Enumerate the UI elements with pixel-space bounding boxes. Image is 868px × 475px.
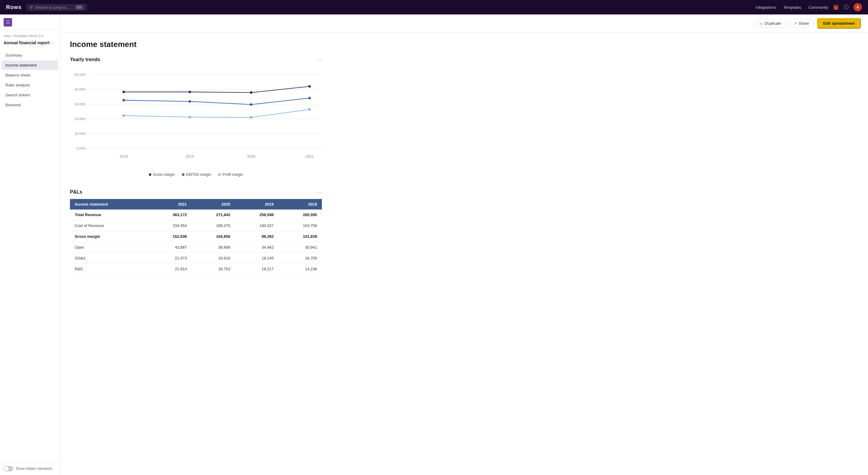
ebitda-margin-dot <box>182 173 184 176</box>
main-content: ▭ Duplicate ↗ Share Edit spreadsheet Inc… <box>60 14 868 475</box>
search-shortcut: ⌘k <box>75 5 84 10</box>
grid-icon[interactable]: ☷ <box>4 18 12 27</box>
sidebar: ☷ rows / Templates Rows 2.0 Annual finan… <box>0 14 60 475</box>
table-title: P&Ls <box>70 189 82 195</box>
gift-icon[interactable]: 🎁 <box>833 4 839 10</box>
sidebar-item-backend[interactable]: Backend <box>2 100 58 109</box>
search-placeholder: Search or jump to... <box>35 5 69 10</box>
navbar: Rows ⚲ Search or jump to... ⌘k Integrati… <box>0 0 868 14</box>
sidebar-item-ratio-analysis[interactable]: Ratio analysis <box>2 80 58 90</box>
navbar-links: Integrations Templates Community <box>755 5 828 10</box>
table-menu-button[interactable]: ⋯ <box>316 189 322 195</box>
svg-point-20 <box>122 99 125 101</box>
svg-text:0.00%: 0.00% <box>76 146 86 150</box>
svg-point-24 <box>122 114 125 117</box>
row-val-2020: 38,668 <box>192 242 235 253</box>
sidebar-title: Annual financial report <box>4 40 50 45</box>
app-logo[interactable]: Rows <box>6 4 22 10</box>
table-row: Opex 43,887 38,668 34,462 30,941 <box>70 242 322 253</box>
show-hidden-toggle[interactable] <box>4 466 13 471</box>
chart-section-header: Yearly trends ⋯ <box>70 56 322 63</box>
legend-ebitda-margin: EBITDA margin <box>182 172 211 177</box>
svg-point-25 <box>189 116 191 118</box>
svg-point-19 <box>308 85 311 88</box>
row-label: R&D <box>70 264 148 274</box>
edit-spreadsheet-button[interactable]: Edit spreadsheet <box>817 18 861 29</box>
chart-menu-button[interactable]: ⋯ <box>316 56 322 63</box>
row-val-2019: 98,392 <box>235 231 278 242</box>
chart-legend: Gross margin EBITDA margin Profit margin <box>70 172 322 177</box>
breadcrumb-sub[interactable]: Templates Rows 2.0 <box>13 34 43 38</box>
sidebar-item-income-statement[interactable]: Income statement <box>2 61 58 70</box>
yearly-trends-chart: 50.00% 40.00% 30.00% 20.00% 10.00% 0.00%… <box>70 67 322 169</box>
row-val-2021: 363,172 <box>148 209 192 220</box>
svg-point-23 <box>308 97 311 99</box>
gross-margin-label: Gross margin <box>153 172 175 177</box>
svg-point-17 <box>189 91 191 93</box>
sidebar-bottom: Show hidden elements <box>0 462 60 475</box>
breadcrumb-home[interactable]: rows <box>4 34 10 38</box>
svg-text:2021: 2021 <box>306 155 314 159</box>
row-val-2018: 163,756 <box>278 220 322 231</box>
row-val-2021: 43,887 <box>148 242 192 253</box>
row-val-2019: 180,027 <box>235 220 278 231</box>
row-label: Opex <box>70 242 148 253</box>
row-val-2021: 152,836 <box>148 231 192 242</box>
row-val-2020: 19,916 <box>192 253 235 264</box>
table-section: P&Ls ⋯ Income statement 2021 2020 2019 2… <box>70 189 322 274</box>
sidebar-item-search-tickers[interactable]: Search tickers <box>2 90 58 100</box>
breadcrumb: rows / Templates Rows 2.0 <box>0 30 60 39</box>
row-val-2018: 14,236 <box>278 264 322 274</box>
row-val-2021: 234,954 <box>148 220 192 231</box>
nav-integrations[interactable]: Integrations <box>755 5 776 10</box>
legend-profit-margin: Profit margin <box>218 172 243 177</box>
svg-point-22 <box>250 103 252 106</box>
table-row: Cost of Revenue 234,954 189,475 180,027 … <box>70 220 322 231</box>
sidebar-title-row: Annual financial report ⌄ <box>0 39 60 50</box>
col-header-2020: 2020 <box>192 199 235 209</box>
chart-section: Yearly trends ⋯ 50.00% 40.00% 30. <box>70 56 322 177</box>
show-hidden-label: Show hidden elements <box>16 467 52 471</box>
duplicate-label: Duplicate <box>765 21 781 26</box>
table-row: SG&A 21,973 19,916 18,245 16,705 <box>70 253 322 264</box>
sidebar-item-balance-sheet[interactable]: Balance sheet <box>2 70 58 80</box>
svg-text:30.00%: 30.00% <box>74 102 86 106</box>
svg-point-26 <box>250 116 252 118</box>
col-header-2018: 2018 <box>278 199 322 209</box>
table-wrapper: Income statement 2021 2020 2019 2018 Tot… <box>70 199 322 274</box>
duplicate-button[interactable]: ▭ Duplicate <box>755 19 785 28</box>
share-icon: ↗ <box>794 21 797 26</box>
row-val-2019: 34,462 <box>235 242 278 253</box>
search-bar[interactable]: ⚲ Search or jump to... ⌘k <box>27 4 87 11</box>
gross-margin-dot <box>149 173 151 176</box>
col-header-2021: 2021 <box>148 199 192 209</box>
chart-title: Yearly trends <box>70 57 100 62</box>
legend-gross-margin: Gross margin <box>149 172 175 177</box>
share-label: Share <box>799 21 809 26</box>
nav-community[interactable]: Community <box>808 5 828 10</box>
row-val-2020: 189,475 <box>192 220 235 231</box>
row-val-2019: 18,245 <box>235 253 278 264</box>
page-title: Income statement <box>70 40 322 49</box>
svg-text:40.00%: 40.00% <box>74 88 86 91</box>
row-val-2020: 271,642 <box>192 209 235 220</box>
sidebar-item-summary[interactable]: Summary <box>2 50 58 60</box>
svg-text:20.00%: 20.00% <box>74 117 86 121</box>
row-label: Gross margin <box>70 231 148 242</box>
svg-text:2018: 2018 <box>120 155 128 159</box>
share-button[interactable]: ↗ Share <box>789 19 814 28</box>
row-label: SG&A <box>70 253 148 264</box>
help-icon[interactable]: ⓘ <box>844 4 849 10</box>
ebitda-margin-label: EBITDA margin <box>186 172 211 177</box>
nav-templates[interactable]: Templates <box>783 5 801 10</box>
chevron-down-icon[interactable]: ⌄ <box>51 41 54 45</box>
top-bar: ▭ Duplicate ↗ Share Edit spreadsheet <box>60 14 868 33</box>
chart-container: 50.00% 40.00% 30.00% 20.00% 10.00% 0.00%… <box>70 67 322 177</box>
svg-text:2020: 2020 <box>247 155 255 159</box>
sidebar-icon-bar: ☷ <box>0 14 60 30</box>
svg-point-27 <box>308 108 311 110</box>
row-val-2020: 18,752 <box>192 264 235 274</box>
svg-text:2019: 2019 <box>186 155 194 159</box>
search-icon: ⚲ <box>30 5 33 9</box>
user-avatar[interactable]: A <box>854 3 862 11</box>
